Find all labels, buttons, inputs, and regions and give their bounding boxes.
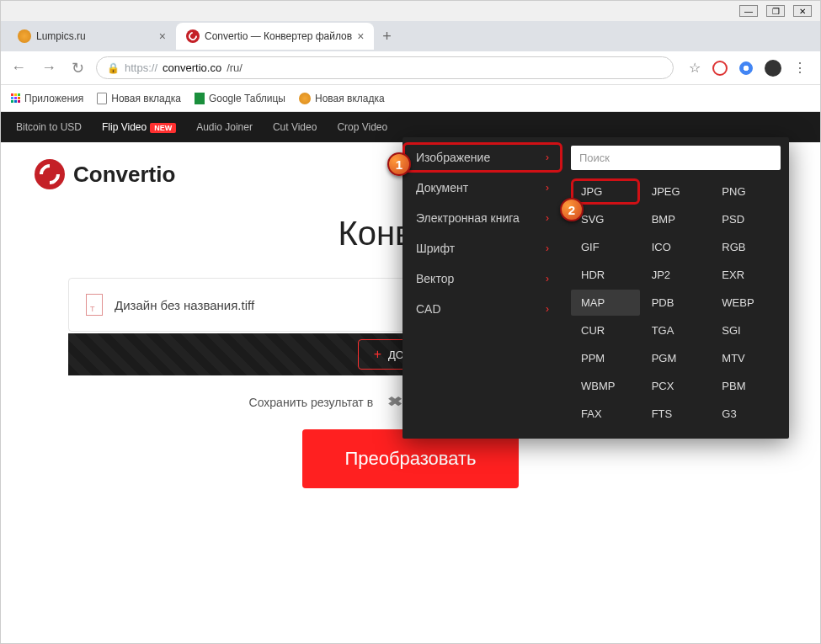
fmt-wbmp[interactable]: WBMP — [571, 373, 640, 399]
reload-button[interactable]: ↻ — [68, 56, 88, 81]
close-icon[interactable]: × — [159, 29, 166, 43]
url-input[interactable]: 🔒 https://convertio.co/ru/ — [96, 56, 674, 79]
menu-icon[interactable]: ⋮ — [793, 60, 807, 76]
logo-text: Convertio — [73, 162, 175, 188]
bm-label: Приложения — [24, 93, 83, 104]
fmt-pbm[interactable]: PBM — [712, 373, 781, 399]
url-domain: convertio.co — [163, 61, 221, 74]
bookmark-3[interactable]: Новая вкладка — [299, 93, 385, 104]
fmt-g3[interactable]: G3 — [712, 401, 781, 427]
chevron-right-icon: › — [546, 273, 549, 285]
strip-link-cutvideo[interactable]: Cut Video — [273, 121, 317, 133]
chevron-right-icon: › — [546, 152, 549, 163]
format-dropdown: Изображение› Документ› Электронная книга… — [403, 137, 789, 439]
bm-label: Новая вкладка — [111, 93, 181, 104]
plus-icon: + — [374, 347, 381, 362]
cat-image[interactable]: Изображение› — [403, 142, 562, 173]
dropbox-icon — [388, 397, 402, 408]
fmt-png[interactable]: PNG — [712, 178, 781, 205]
file-icon — [86, 294, 103, 316]
fmt-sgi[interactable]: SGI — [712, 317, 781, 343]
fmt-fax[interactable]: FAX — [571, 401, 640, 427]
fmt-hdr[interactable]: HDR — [571, 262, 640, 288]
window-close[interactable]: ✕ — [793, 5, 812, 17]
url-scheme: https:// — [125, 61, 157, 74]
tab-convertio[interactable]: Convertio — Конвертер файлов × — [176, 23, 374, 50]
strip-link-audiojoiner[interactable]: Audio Joiner — [196, 121, 253, 133]
format-search-input[interactable]: Поиск — [571, 146, 781, 170]
tab-title: Convertio — Конвертер файлов — [205, 30, 352, 42]
bm-label: Google Таблицы — [209, 93, 285, 104]
bookmarks-bar: Приложения Новая вкладка Google Таблицы … — [1, 85, 820, 112]
fmt-jp2[interactable]: JP2 — [642, 262, 711, 288]
chevron-right-icon: › — [546, 212, 549, 224]
save-label: Сохранить результат в — [249, 396, 374, 409]
fmt-jpeg[interactable]: JPEG — [642, 178, 711, 205]
sheets-icon — [195, 93, 205, 104]
file-name: Дизайн без названия.tiff — [115, 298, 254, 312]
chevron-right-icon: › — [546, 303, 549, 315]
strip-link-bitcoin[interactable]: Bitcoin to USD — [16, 121, 82, 133]
url-path: /ru/ — [227, 61, 243, 74]
format-grid: JPG JPEG PNG SVG BMP PSD GIF ICO RGB HDR… — [571, 178, 781, 427]
convertio-logo-icon — [35, 159, 65, 189]
fmt-cur[interactable]: CUR — [571, 317, 640, 343]
fmt-pdb[interactable]: PDB — [642, 290, 711, 316]
bm-label: Новая вкладка — [315, 93, 385, 104]
format-categories: Изображение› Документ› Электронная книга… — [403, 137, 562, 439]
fmt-bmp[interactable]: BMP — [642, 206, 711, 232]
fmt-webp[interactable]: WEBP — [712, 290, 781, 316]
extension-opera-icon[interactable] — [712, 61, 728, 76]
forward-button[interactable]: → — [38, 56, 60, 80]
fmt-ico[interactable]: ICO — [642, 234, 711, 260]
window-maximize[interactable]: ❐ — [766, 5, 785, 17]
apps-shortcut[interactable]: Приложения — [11, 93, 83, 104]
page-icon — [97, 93, 107, 104]
chevron-right-icon: › — [546, 242, 549, 254]
fmt-rgb[interactable]: RGB — [712, 234, 781, 260]
star-icon[interactable]: ☆ — [689, 60, 701, 76]
window-minimize[interactable]: — — [739, 5, 758, 17]
chevron-right-icon: › — [546, 182, 549, 194]
browser-tabs: Lumpics.ru × Convertio — Конвертер файло… — [1, 21, 820, 51]
close-icon[interactable]: × — [357, 29, 364, 43]
favicon-lumpics — [18, 29, 31, 43]
window-controls: — ❐ ✕ — [1, 1, 820, 21]
fmt-mtv[interactable]: MTV — [712, 345, 781, 371]
cat-font[interactable]: Шрифт› — [403, 233, 562, 263]
fmt-gif[interactable]: GIF — [571, 234, 640, 260]
fmt-pcx[interactable]: PCX — [642, 373, 711, 399]
fmt-pgm[interactable]: PGM — [642, 345, 711, 371]
annotation-marker-1: 1 — [387, 152, 411, 176]
cat-ebook[interactable]: Электронная книга› — [403, 203, 562, 233]
fmt-fts[interactable]: FTS — [642, 401, 711, 427]
cat-document[interactable]: Документ› — [403, 173, 562, 203]
fmt-exr[interactable]: EXR — [712, 262, 781, 288]
cat-vector[interactable]: Вектор› — [403, 263, 562, 294]
bookmark-1[interactable]: Новая вкладка — [97, 93, 181, 104]
apps-icon — [11, 93, 20, 103]
cat-cad[interactable]: CAD› — [403, 294, 562, 324]
fmt-ppm[interactable]: PPM — [571, 345, 640, 371]
favicon-convertio — [186, 29, 200, 43]
annotation-marker-2: 2 — [560, 198, 584, 221]
toolbar-actions: ☆ ⋮ — [682, 60, 813, 77]
bookmark-2[interactable]: Google Таблицы — [195, 93, 285, 104]
tab-lumpics[interactable]: Lumpics.ru × — [8, 23, 176, 50]
address-bar: ← → ↻ 🔒 https://convertio.co/ru/ ☆ ⋮ — [1, 51, 820, 85]
lock-icon: 🔒 — [107, 62, 120, 74]
fmt-tga[interactable]: TGA — [642, 317, 711, 343]
favicon-lumpics-icon — [299, 93, 311, 104]
new-badge: NEW — [150, 123, 176, 133]
fmt-map[interactable]: MAP — [571, 290, 640, 316]
format-list-panel: Поиск JPG JPEG PNG SVG BMP PSD GIF ICO R… — [562, 137, 789, 439]
globe-icon[interactable] — [739, 61, 753, 75]
fmt-psd[interactable]: PSD — [712, 206, 781, 232]
back-button[interactable]: ← — [8, 56, 29, 80]
fmt-jpg[interactable]: JPG — [571, 178, 640, 205]
tab-title: Lumpics.ru — [36, 30, 86, 42]
strip-link-cropvideo[interactable]: Crop Video — [337, 121, 387, 133]
avatar[interactable] — [765, 60, 781, 77]
strip-link-flipvideo[interactable]: Flip VideoNEW — [102, 121, 176, 133]
new-tab-button[interactable]: + — [374, 28, 400, 45]
